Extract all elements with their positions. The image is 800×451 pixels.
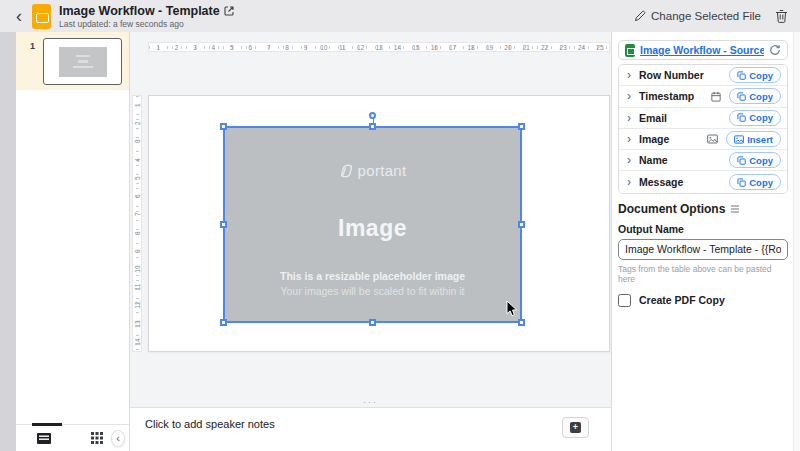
- field-row-timestamp[interactable]: › Timestamp Copy: [619, 86, 787, 107]
- main-area: 1 ‹ 123456789101112131: [0, 32, 800, 451]
- expand-chevron-icon[interactable]: ›: [627, 69, 631, 81]
- merge-fields-table: › Row Number Copy › Timestamp Copy: [618, 64, 788, 194]
- expand-chevron-icon[interactable]: ›: [627, 90, 631, 102]
- output-name-helper-text: Tags from the table above can be pasted …: [618, 264, 788, 284]
- filmstrip-view-icon: [37, 433, 51, 444]
- insert-image-icon: [734, 135, 744, 144]
- copy-tag-button[interactable]: Copy: [729, 88, 781, 104]
- slide-1-row[interactable]: 1: [16, 32, 129, 90]
- field-row-row-number[interactable]: › Row Number Copy: [619, 65, 787, 86]
- google-slides-icon: [32, 4, 51, 29]
- source-file-box: Image Workflow - Source: [618, 40, 788, 60]
- copy-tag-button[interactable]: Copy: [729, 67, 781, 83]
- placeholder-title: Image: [338, 215, 407, 242]
- rotation-handle[interactable]: [369, 112, 376, 119]
- copy-tag-button[interactable]: Copy: [729, 174, 781, 190]
- portant-workflow-editor: ‹ Image Workflow - Template Last updated…: [0, 0, 800, 451]
- image-type-icon: [707, 134, 718, 144]
- portant-logo-icon: [339, 163, 354, 179]
- last-updated-text: Last updated: a few seconds ago: [59, 19, 234, 29]
- speaker-notes-panel: Click to add speaker notes +: [130, 407, 611, 451]
- insert-image-button[interactable]: Insert: [726, 131, 781, 147]
- right-panel-scrollbar[interactable]: [793, 32, 800, 451]
- field-row-name[interactable]: › Name Copy: [619, 150, 787, 171]
- create-pdf-checkbox[interactable]: [618, 294, 631, 307]
- horizontal-ruler: 1234567891011121314151617181920212223242…: [148, 42, 610, 52]
- create-pdf-row: Create PDF Copy: [618, 294, 788, 307]
- notes-resize-handle[interactable]: ···: [130, 399, 611, 405]
- source-file-link[interactable]: Image Workflow - Source: [640, 44, 764, 56]
- output-name-label: Output Name: [618, 223, 788, 235]
- google-sheets-icon: [625, 44, 635, 57]
- pencil-icon: [634, 10, 646, 22]
- resize-handle-s[interactable]: [369, 319, 376, 326]
- resize-handle-se[interactable]: [518, 319, 525, 326]
- create-pdf-label: Create PDF Copy: [639, 294, 725, 306]
- resize-handle-n[interactable]: [369, 123, 376, 130]
- resize-handle-ne[interactable]: [518, 123, 525, 130]
- header-bar: ‹ Image Workflow - Template Last updated…: [0, 0, 800, 32]
- document-options-heading: Document Options: [618, 202, 788, 216]
- back-button[interactable]: ‹: [6, 3, 32, 29]
- field-row-email[interactable]: › Email Copy: [619, 108, 787, 129]
- expand-chevron-icon[interactable]: ›: [627, 154, 631, 166]
- calendar-icon: [711, 91, 721, 102]
- filmstrip-toolbar: ‹: [16, 424, 129, 451]
- field-row-image[interactable]: › Image Insert: [619, 129, 787, 150]
- slide-page[interactable]: portant Image This is a resizable placeh…: [148, 95, 610, 352]
- grid-view-icon: [91, 432, 103, 444]
- header-actions: Change Selected File: [634, 9, 800, 23]
- output-name-input[interactable]: [618, 239, 788, 260]
- refresh-icon[interactable]: [769, 44, 781, 56]
- placeholder-caption-1: This is a resizable placeholder image: [280, 270, 465, 282]
- expand-chevron-icon[interactable]: ›: [627, 133, 631, 145]
- image-placeholder[interactable]: portant Image This is a resizable placeh…: [223, 126, 522, 323]
- mouse-cursor: [506, 300, 518, 318]
- portant-logo: portant: [339, 162, 407, 179]
- grid-view-button[interactable]: [83, 425, 110, 451]
- resize-handle-sw[interactable]: [220, 319, 227, 326]
- title-block: Image Workflow - Template Last updated: …: [59, 4, 234, 29]
- resize-handle-nw[interactable]: [220, 123, 227, 130]
- copy-tag-button[interactable]: Copy: [729, 152, 781, 168]
- change-selected-file-button[interactable]: Change Selected File: [634, 10, 761, 22]
- slide-canvas: 1234567891011121314151617181920212223242…: [130, 32, 611, 451]
- slide-filmstrip: 1 ‹: [16, 32, 130, 451]
- resize-handle-e[interactable]: [518, 221, 525, 228]
- options-icon: [731, 205, 739, 213]
- placeholder-caption-2: Your images will be scaled to fit within…: [280, 285, 464, 297]
- document-title: Image Workflow - Template: [59, 4, 220, 18]
- trash-icon[interactable]: [775, 9, 788, 23]
- slide-1-thumbnail[interactable]: [43, 38, 122, 85]
- notes-action-button[interactable]: +: [562, 417, 589, 438]
- filmstrip-view-button[interactable]: [30, 425, 57, 451]
- copy-icon: [737, 92, 746, 101]
- copy-icon: [737, 178, 746, 187]
- copy-icon: [737, 113, 746, 122]
- thumbnail-placeholder: [59, 47, 107, 77]
- copy-icon: [737, 71, 746, 80]
- open-external-icon[interactable]: [224, 6, 234, 16]
- field-row-message[interactable]: › Message Copy: [619, 171, 787, 192]
- speaker-notes-input[interactable]: Click to add speaker notes: [145, 418, 275, 430]
- slide-number: 1: [30, 41, 35, 51]
- copy-icon: [737, 156, 746, 165]
- resize-handle-w[interactable]: [220, 221, 227, 228]
- add-notes-icon: +: [570, 422, 581, 433]
- vertical-ruler: 1234567891011121314: [132, 95, 142, 352]
- copy-tag-button[interactable]: Copy: [729, 110, 781, 126]
- workflow-side-panel: Image Workflow - Source › Row Number Cop…: [611, 32, 800, 451]
- expand-chevron-icon[interactable]: ›: [627, 112, 631, 124]
- collapse-panel-button[interactable]: ‹: [111, 430, 125, 447]
- expand-chevron-icon[interactable]: ›: [627, 176, 631, 188]
